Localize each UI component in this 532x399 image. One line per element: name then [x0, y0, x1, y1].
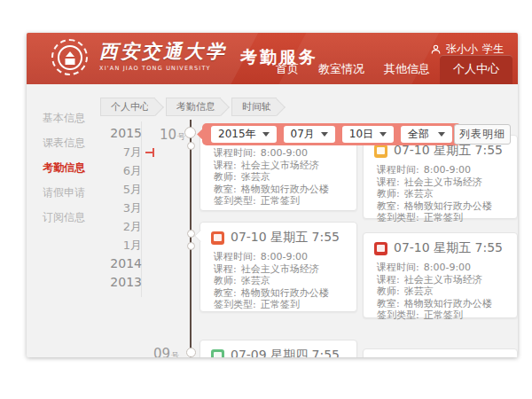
field-label: 课程: — [377, 176, 400, 189]
timeline-scale-item[interactable]: 2014 — [105, 254, 142, 273]
attendance-card: 07-09 星期四 7:55 — [200, 340, 357, 357]
card-field: 教师:张芸京 — [211, 275, 346, 287]
card-field: 教师:张芸京 — [211, 171, 346, 184]
field-value: 格物致知行政办公楼 — [404, 298, 492, 310]
date-filter-select[interactable]: 全部 — [401, 126, 452, 143]
field-label: 课程: — [377, 274, 400, 286]
sidebar-item[interactable]: 考勤信息 — [27, 155, 103, 180]
field-label: 签到类型: — [377, 212, 419, 224]
card-field: 签到类型:正常签到 — [374, 309, 506, 322]
card-header: 07-09 星期四 7:55 — [211, 348, 346, 357]
field-value: 社会主义市场经济 — [241, 160, 319, 172]
calendar-green-icon — [211, 349, 224, 358]
card-field: 课程:社会主义市场经济 — [211, 160, 346, 172]
timeline-scale-item[interactable]: 2015 — [105, 124, 142, 143]
university-name-cn: 西安交通大学 — [99, 43, 227, 61]
university-name-en: XI'AN JIAO TONG UNIVERSITY — [99, 65, 227, 72]
nav-item[interactable]: 个人中心 — [440, 55, 512, 84]
field-value: 社会主义市场经济 — [404, 274, 482, 286]
breadcrumb-item[interactable]: 个人中心 — [100, 98, 155, 116]
timeline-node — [187, 142, 195, 150]
sidebar-item[interactable]: 请假申请 — [27, 180, 103, 205]
timeline-scale-item[interactable]: 2013 — [105, 273, 142, 292]
timeline-scale-item[interactable]: 2月 — [105, 217, 142, 236]
timeline-scale-item[interactable]: 6月 — [105, 161, 142, 180]
field-label: 课程: — [214, 263, 237, 276]
date-filter-select[interactable]: 2015年 — [211, 126, 277, 143]
app-header: 西安交通大学 XI'AN JIAO TONG UNIVERSITY 考勤服务 张… — [27, 33, 518, 84]
card-field: 教室:格物致知行政办公楼 — [211, 287, 346, 300]
field-value: 8:00-9:00 — [261, 251, 308, 263]
nav-item[interactable]: 教室情况 — [309, 56, 374, 84]
timeline-scale-item[interactable]: 7月 — [105, 143, 142, 161]
sidebar-item[interactable]: 课表信息 — [27, 130, 103, 155]
timeline-scale: 20157月6月5月3月2月1月20142013 — [105, 124, 142, 292]
university-logo-icon — [51, 39, 88, 75]
select-value: 全部 — [408, 127, 429, 142]
field-label: 教室: — [377, 298, 400, 310]
screenshot-canvas: 西安交通大学 XI'AN JIAO TONG UNIVERSITY 考勤服务 张… — [0, 0, 532, 399]
timeline-scale-item[interactable]: 3月 — [105, 199, 142, 217]
card-field: 签到类型:正常签到 — [374, 212, 506, 224]
day-suffix: 号 — [171, 351, 179, 357]
card-date: 07-10 星期五 7:55 — [231, 230, 340, 246]
select-value: 10日 — [349, 127, 373, 142]
main-nav: 首页教室情况其他信息个人中心 — [266, 55, 512, 84]
chevron-down-icon — [321, 132, 328, 137]
field-label: 签到类型: — [214, 195, 256, 207]
university-name-block: 西安交通大学 XI'AN JIAO TONG UNIVERSITY — [99, 43, 227, 72]
day-marker: 10号 — [160, 126, 185, 143]
timeline-scale-item[interactable]: 1月 — [105, 236, 142, 254]
breadcrumb-item[interactable]: 考勤信息 — [166, 98, 221, 116]
timeline-scale-item[interactable]: 5月 — [105, 180, 142, 199]
select-value: 2015年 — [218, 127, 256, 142]
attendance-card: 07-10 星期五 7:55课程时间:8:00-9:00课程:社会主义市场经济教… — [200, 222, 357, 312]
timeline-node — [184, 127, 196, 138]
timeline-node — [187, 230, 195, 238]
field-value: 格物致知行政办公楼 — [241, 184, 329, 196]
field-label: 教室: — [377, 200, 400, 213]
field-label: 课程: — [214, 160, 237, 172]
field-value: 张芸京 — [241, 275, 270, 287]
attendance-card: 07-10 星期五 7:55课程时间:8:00-9:00课程:社会主义市场经济教… — [363, 135, 518, 219]
card-field: 课程时间:8:00-9:00 — [374, 164, 506, 176]
sidebar-item[interactable]: 基本信息 — [27, 106, 103, 130]
field-label: 教室: — [214, 287, 237, 300]
list-detail-button[interactable]: 列表明细 — [454, 124, 511, 145]
field-value: 张芸京 — [404, 286, 434, 298]
field-label: 教室: — [214, 184, 237, 196]
filter-bar: 2015年 07月 10日 全部 — [202, 123, 461, 145]
field-value: 社会主义市场经济 — [241, 263, 319, 276]
nav-item[interactable]: 首页 — [266, 56, 309, 84]
nav-item[interactable]: 其他信息 — [374, 56, 440, 84]
field-label: 教师: — [214, 171, 237, 184]
card-field: 课程:社会主义市场经济 — [211, 263, 346, 276]
card-date: 07-09 星期四 7:55 — [231, 348, 340, 357]
sidebar-item[interactable]: 订阅信息 — [27, 205, 103, 230]
card-field: 签到类型:正常签到 — [211, 299, 346, 311]
field-label: 签到类型: — [377, 309, 419, 322]
breadcrumb-item[interactable]: 时间轴 — [231, 98, 277, 116]
card-field: 课程:社会主义市场经济 — [374, 274, 506, 286]
field-value: 正常签到 — [424, 309, 463, 322]
field-label: 课程时间: — [377, 262, 419, 274]
field-label: 教师: — [377, 286, 400, 298]
card-date: 07-10 星期五 7:55 — [394, 240, 503, 256]
field-value: 正常签到 — [261, 195, 300, 207]
calendar-orange-icon — [211, 231, 224, 245]
calendar-yellow-icon — [374, 145, 387, 158]
chevron-down-icon — [438, 132, 445, 137]
chevron-down-icon — [262, 132, 270, 137]
calendar-red-icon — [374, 242, 387, 255]
card-header: 07-10 星期五 7:55 — [374, 240, 506, 256]
field-label: 课程时间: — [377, 164, 419, 176]
card-field: 课程时间:8:00-9:00 — [374, 262, 506, 274]
timeline-node — [187, 242, 195, 250]
university-emblem — [58, 45, 82, 70]
date-filter-select[interactable]: 07月 — [284, 126, 335, 143]
field-value: 8:00-9:00 — [424, 262, 471, 274]
date-filter-select[interactable]: 10日 — [342, 126, 394, 143]
day-number: 10 — [160, 127, 176, 143]
field-value: 正常签到 — [424, 212, 463, 224]
timeline-line — [190, 120, 192, 357]
